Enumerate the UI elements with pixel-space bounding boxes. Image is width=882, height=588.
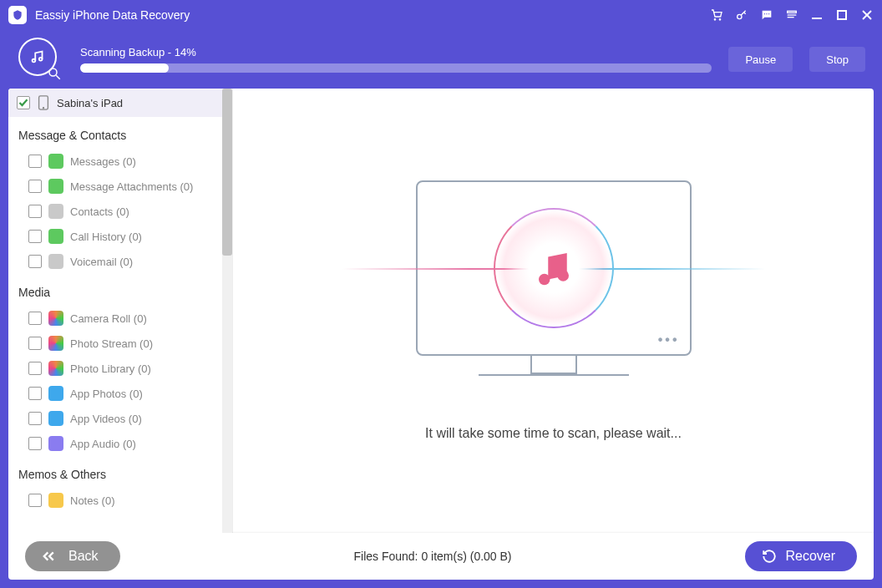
sidebar-item[interactable]: Photo Library (0) [8, 356, 222, 381]
sidebar-item[interactable]: Call History (0) [8, 224, 222, 249]
sidebar-item[interactable]: Contacts (0) [8, 199, 222, 224]
back-label: Back [68, 549, 99, 564]
files-found-label: Files Found: 0 item(s) (0.00 B) [120, 550, 746, 563]
maximize-button[interactable] [835, 8, 849, 22]
titlebar: Eassiy iPhone Data Recovery [0, 0, 882, 30]
progress-label: Scanning Backup - 14% [80, 46, 712, 58]
item-checkbox[interactable] [28, 155, 42, 168]
item-label: Photo Stream (0) [70, 337, 153, 350]
item-checkbox[interactable] [28, 180, 42, 193]
close-button[interactable] [860, 8, 874, 22]
app-logo [8, 6, 27, 24]
progress-track [80, 63, 712, 73]
svg-point-18 [43, 108, 43, 109]
item-label: Messages (0) [70, 155, 136, 168]
section-head: Media [8, 274, 222, 306]
svg-point-0 [714, 19, 715, 20]
svg-line-16 [56, 75, 60, 79]
item-checkbox[interactable] [28, 255, 42, 268]
key-icon[interactable] [735, 8, 748, 22]
scan-illustration: ••• [416, 180, 692, 376]
sidebar-item[interactable]: Camera Roll (0) [8, 306, 222, 331]
sidebar-item[interactable]: Voicemail (0) [8, 249, 222, 274]
item-type-icon [48, 336, 63, 351]
svg-point-5 [768, 13, 769, 14]
svg-rect-6 [788, 11, 797, 13]
recover-label: Recover [785, 549, 835, 564]
svg-point-4 [766, 13, 767, 14]
back-button[interactable]: Back [25, 541, 120, 571]
item-type-icon [48, 229, 63, 244]
item-type-icon [48, 411, 63, 426]
sidebar-item[interactable]: App Photos (0) [8, 381, 222, 406]
item-checkbox[interactable] [28, 494, 42, 507]
item-label: App Videos (0) [70, 413, 142, 425]
item-checkbox[interactable] [28, 312, 42, 325]
back-chevron-icon [42, 550, 60, 562]
scanning-icon [17, 36, 63, 83]
item-label: Photo Library (0) [70, 362, 151, 375]
menu-icon[interactable] [785, 8, 798, 22]
item-checkbox[interactable] [28, 387, 42, 400]
svg-point-2 [738, 14, 742, 18]
ipad-icon [37, 95, 50, 110]
cart-icon[interactable] [710, 8, 723, 22]
item-type-icon [48, 493, 63, 508]
scan-message: It will take some time to scan, please w… [425, 426, 682, 441]
item-type-icon [48, 204, 63, 219]
item-label: Notes (0) [70, 494, 114, 507]
app-title: Eassiy iPhone Data Recovery [35, 8, 190, 22]
monitor-dots-icon: ••• [658, 332, 680, 347]
item-checkbox[interactable] [28, 412, 42, 425]
chat-icon[interactable] [760, 8, 773, 22]
sidebar-item[interactable]: App Audio (0) [8, 431, 222, 456]
progress-fill [80, 63, 169, 73]
minimize-button[interactable] [810, 8, 824, 22]
svg-rect-10 [838, 11, 846, 19]
item-type-icon [48, 311, 63, 326]
item-checkbox[interactable] [28, 362, 42, 375]
device-row[interactable]: Sabina's iPad [8, 89, 222, 117]
item-checkbox[interactable] [28, 230, 42, 243]
svg-point-14 [39, 58, 43, 61]
item-checkbox[interactable] [28, 337, 42, 350]
item-checkbox[interactable] [28, 205, 42, 218]
recover-button[interactable]: Recover [745, 541, 857, 571]
progress-bar-area: Scanning Backup - 14% Pause Stop [0, 30, 882, 89]
svg-point-13 [33, 59, 36, 63]
stop-button[interactable]: Stop [809, 47, 865, 72]
item-label: Message Attachments (0) [70, 180, 193, 193]
sidebar-item[interactable]: Notes (0) [8, 488, 222, 513]
item-type-icon [48, 361, 63, 376]
item-label: Call History (0) [70, 231, 142, 243]
item-label: Voicemail (0) [70, 256, 133, 268]
section-head: Message & Contacts [8, 117, 222, 149]
item-type-icon [48, 154, 63, 169]
item-label: App Audio (0) [70, 438, 136, 450]
item-label: App Photos (0) [70, 388, 143, 400]
device-name: Sabina's iPad [57, 97, 123, 109]
sidebar-scrollbar[interactable] [222, 89, 232, 533]
svg-point-15 [49, 68, 57, 76]
device-checkbox[interactable] [17, 96, 30, 109]
sidebar-item[interactable]: App Videos (0) [8, 406, 222, 431]
recover-icon [762, 549, 777, 564]
svg-point-19 [539, 274, 550, 286]
sidebar-item[interactable]: Photo Stream (0) [8, 331, 222, 356]
sidebar-scroll-thumb[interactable] [222, 89, 232, 256]
sidebar: Sabina's iPad Message & ContactsMessages… [8, 89, 232, 533]
svg-point-1 [719, 19, 720, 20]
footer-bar: Back Files Found: 0 item(s) (0.00 B) Rec… [8, 533, 874, 580]
pause-button[interactable]: Pause [728, 47, 793, 72]
content-area: ••• It will take some time to scan, plea… [232, 89, 874, 533]
item-label: Camera Roll (0) [70, 312, 147, 325]
sidebar-item[interactable]: Messages (0) [8, 149, 222, 174]
section-head: Memos & Others [8, 456, 222, 488]
item-type-icon [48, 254, 63, 269]
item-checkbox[interactable] [28, 437, 42, 450]
item-label: Contacts (0) [70, 205, 129, 218]
item-type-icon [48, 436, 63, 451]
item-type-icon [48, 179, 63, 194]
sidebar-item[interactable]: Message Attachments (0) [8, 174, 222, 199]
svg-point-20 [557, 270, 569, 281]
